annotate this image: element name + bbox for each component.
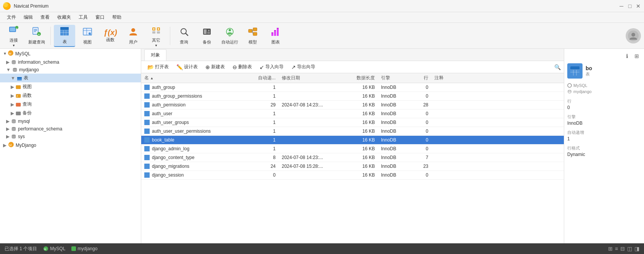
svg-rect-39 [253,28,257,31]
design-table-icon: ✏️ [176,64,183,70]
user-button[interactable]: 用户 [123,25,144,47]
search-icon[interactable]: 🔍 [554,64,561,70]
statusbar-mysql[interactable]: M MySQL [43,246,65,251]
view-grid-icon[interactable]: ⊟ [620,246,625,252]
autorun-button[interactable]: ⚙ 自动运行 [219,25,240,47]
svg-rect-61 [16,103,21,106]
chart-button[interactable]: 图表 [265,25,286,47]
information-schema-label: information_schema [18,59,59,65]
sidebar-item-backups[interactable]: ▶ 备份 [0,109,141,117]
menu-file[interactable]: 文件 [3,13,20,22]
header-size[interactable]: 数据长度 [347,73,378,83]
table-row[interactable]: auth_group_permissions 1 16 KB InnoDB 0 [141,92,564,101]
table-row[interactable]: auth_user_user_permissions 1 16 KB InnoD… [141,127,564,136]
table-row[interactable]: django_migrations 24 2024-07-08 15:28:..… [141,162,564,171]
table-icon [59,26,70,38]
panel-toggle-icon[interactable]: ◫ [627,246,632,252]
import-wizard-button[interactable]: ↙ 导入向导 [257,63,287,71]
other-arrow: ▼ [155,44,158,47]
sidebar-item-mydjango-conn[interactable]: ▶ M MyDjango [0,140,141,150]
table-row[interactable]: auth_permission 29 2024-07-08 14:23:... … [141,101,564,109]
backup-button[interactable]: 备份 [196,25,218,47]
table-row[interactable]: django_admin_log 1 16 KB InnoDB 0 [141,145,564,153]
menu-edit[interactable]: 编辑 [20,13,37,22]
table-label: 表 [63,39,67,45]
header-comment[interactable]: 注释 [431,73,564,83]
rp-info-button[interactable]: ℹ [623,52,631,60]
menu-window[interactable]: 窗口 [92,13,108,22]
delete-table-button[interactable]: ⊖ 删除表 [229,63,255,71]
mysql-db-arrow: ▶ [6,119,10,124]
table-row[interactable]: django_content_type 8 2024-07-08 14:23:.… [141,153,564,162]
connect-button[interactable]: + 连接 ▼ [3,25,24,47]
sidebar-item-functions[interactable]: ▶ f 函数 [0,91,141,100]
table-body: auth_group 1 16 KB InnoDB 0 auth_group_p… [141,83,564,180]
table-row[interactable]: auth_user_groups 1 16 KB InnoDB 0 [141,118,564,127]
connect-arrow: ▼ [12,44,15,47]
minimize-button[interactable]: ─ [619,3,624,9]
svg-text:M: M [44,248,46,251]
cell-name: django_session [141,171,248,180]
view-button[interactable]: 视图 [77,25,98,47]
tab-objects[interactable]: 对象 [144,49,166,61]
svg-rect-57 [17,77,22,79]
svg-line-42 [252,31,253,34]
sidebar-item-queries[interactable]: ▶ 查询 [0,100,141,109]
sidebar-item-mydjango[interactable]: ▼ mydjango [0,66,141,74]
sidebar-item-mysql-db[interactable]: ▶ mysql [0,117,141,125]
close-button[interactable]: ✕ [636,3,641,9]
table-row[interactable]: auth_user 1 16 KB InnoDB 0 [141,109,564,118]
mysql-icon: M [8,50,14,57]
sidebar-item-mysql[interactable]: ▼ M MySQL [0,49,141,58]
header-name[interactable]: 名 ▲ [141,73,248,83]
statusbar-mydjango[interactable]: mydjango [71,246,97,251]
cell-size: 16 KB [347,162,378,171]
view-list-icon[interactable]: ⊞ [608,246,613,252]
svg-point-28 [158,28,159,30]
open-table-button[interactable]: 📂 打开表 [144,63,172,71]
profile-button[interactable] [626,28,641,43]
functions-label: 函数 [23,92,32,99]
cell-name: auth_user_groups [141,118,248,127]
sidebar-item-information-schema[interactable]: ▶ information_schema [0,58,141,66]
table-row[interactable]: auth_group 1 16 KB InnoDB 0 [141,83,564,92]
other-button[interactable]: 其它 ▼ [145,25,167,47]
header-auto[interactable]: 自动递... [248,73,279,83]
function-button[interactable]: ƒ(x) 函数 [100,25,121,47]
table-container: 名 ▲ 自动递... 修改日期 数据长度 引擎 行 注释 auth_group [141,73,564,243]
newquery-button[interactable]: + 新建查询 [26,25,47,47]
menu-help[interactable]: 帮助 [108,13,125,22]
open-table-icon: 📂 [147,64,154,70]
sidebar-item-sys[interactable]: ▶ sys [0,133,141,140]
rp-prop-autoincrement: 自动递增 1 [567,130,641,141]
rp-selected-type: 表 [586,71,592,77]
other-icon [151,24,161,37]
svg-point-27 [153,28,155,30]
cell-name: auth_group_permissions [141,92,248,101]
sidebar-item-tables[interactable]: ▼ 表 [0,74,141,82]
model-label: 模型 [249,39,257,45]
table-row[interactable]: django_session 0 16 KB InnoDB 0 [141,171,564,180]
table-button[interactable]: 表 [54,25,75,47]
rp-grid-button[interactable]: ⊞ [633,52,641,60]
header-rows[interactable]: 行 [408,73,431,83]
panel-hide-icon[interactable]: ◨ [634,246,639,252]
design-table-button[interactable]: ✏️ 设计表 [173,63,201,71]
view-detail-icon[interactable]: ≡ [615,246,618,252]
sidebar-item-performance-schema[interactable]: ▶ performance_schema [0,125,141,133]
menu-view[interactable]: 查看 [37,13,53,22]
row-table-icon [144,172,150,178]
table-row[interactable]: book_table 1 16 KB InnoDB 0 [141,136,564,145]
model-button[interactable]: 模型 [242,25,263,47]
query-button[interactable]: 查询 [173,25,195,47]
export-wizard-button[interactable]: ↗ 导出向导 [288,63,318,71]
cell-comment [431,153,564,162]
header-date[interactable]: 修改日期 [279,73,347,83]
sidebar-item-views[interactable]: ▶ 视图 [0,82,141,91]
svg-rect-38 [249,29,252,32]
menu-favorites[interactable]: 收藏夹 [53,13,75,22]
maximize-button[interactable]: □ [627,3,633,9]
menu-tools[interactable]: 工具 [75,13,92,22]
header-engine[interactable]: 引擎 [378,73,408,83]
new-table-button[interactable]: ⊕ 新建表 [202,63,228,71]
